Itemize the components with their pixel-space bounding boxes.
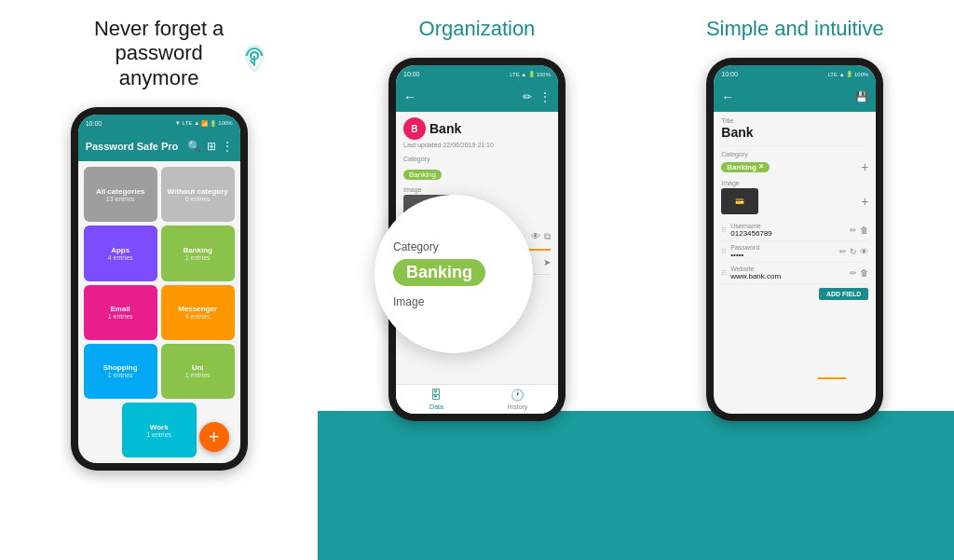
- more-icon-2[interactable]: ⋮: [539, 90, 551, 103]
- delete-web-icon[interactable]: 🗑: [860, 268, 868, 278]
- user-field-label: Username: [730, 223, 846, 229]
- category-email[interactable]: Email 1 entries: [84, 285, 157, 340]
- bank-name-3: Bank: [721, 125, 868, 140]
- app-bar-2: ← ✏ ⋮: [396, 82, 558, 112]
- fingerprint-icon: [239, 45, 273, 78]
- back-icon[interactable]: ←: [403, 89, 416, 104]
- pass-field-value-3: •••••: [730, 251, 836, 259]
- phone-frame-1: 10:00 ▼ LTE ▲ 📶 🔋 100% Password Safe Pro…: [71, 100, 248, 471]
- status-bar-1: 10:00 ▼ LTE ▲ 📶 🔋 100%: [78, 115, 240, 131]
- phone-3-content: Title Bank Category Banking ✕ + Image: [714, 112, 876, 414]
- banking-chip-3: Banking ✕: [721, 162, 770, 172]
- web-field-value-3: www.bank.com: [730, 272, 846, 280]
- refresh-pass-icon[interactable]: ↻: [850, 247, 857, 256]
- nav-history-label: History: [508, 403, 528, 410]
- nav-data[interactable]: 🗄 Data: [396, 385, 477, 414]
- category-work[interactable]: Work 1 entries: [122, 403, 197, 458]
- drag-icon-user: ⠿: [721, 226, 727, 235]
- panel-simple: Simple and intuitive 10:00 LTE ▲ 🔋 100% …: [636, 0, 954, 560]
- username-field-row: ⠿ Username 0123456789 ✏ 🗑: [721, 220, 868, 241]
- entry-header: B Bank: [403, 117, 551, 140]
- pass-orange-line-3: [818, 377, 846, 379]
- app-title-1: Password Safe Pro: [86, 141, 187, 152]
- cat-label-3: Category: [721, 151, 868, 157]
- panel-organization: Organization 10:00 LTE ▲ 🔋 100% ← ✏ ⋮: [318, 0, 635, 560]
- drag-icon-pass: ⠿: [721, 248, 727, 256]
- drag-icon-web: ⠿: [721, 269, 727, 278]
- back-icon-3[interactable]: ←: [721, 89, 734, 104]
- popup-circle: Category Banking Image: [375, 195, 533, 353]
- data-nav-icon: 🗄: [430, 389, 442, 402]
- entry-title-2: Bank: [429, 121, 461, 136]
- web-field-label-3: Website: [730, 266, 846, 272]
- edit-pass-icon[interactable]: ✏: [839, 247, 847, 256]
- cat-value-2: Banking: [403, 164, 551, 181]
- edit-icon-2[interactable]: ✏: [523, 90, 532, 103]
- category-all[interactable]: All categories 13 entries: [84, 167, 157, 222]
- status-bar-2: 10:00 LTE ▲ 🔋 100%: [396, 65, 558, 82]
- phone-1: 10:00 ▼ LTE ▲ 📶 🔋 100% Password Safe Pro…: [71, 107, 248, 471]
- category-messenger[interactable]: Messenger 4 entries: [161, 285, 235, 340]
- add-field-button[interactable]: ADD FIELD: [819, 288, 868, 300]
- password-field-row: ⠿ Password ••••• ✏ ↻ 👁: [721, 241, 868, 263]
- status-icons-1: ▼ LTE ▲ 📶 🔋 100%: [175, 120, 233, 127]
- title-label-3: Title: [721, 117, 868, 124]
- popup-image-label: Image: [393, 295, 424, 308]
- image-label-2: Image: [403, 186, 551, 193]
- panel1-title: Never forget a password anymore: [57, 17, 262, 90]
- phone-3: 10:00 LTE ▲ 🔋 100% ← 💾 Title Bank: [706, 58, 883, 421]
- phone-screen-1: 10:00 ▼ LTE ▲ 📶 🔋 100% Password Safe Pro…: [78, 115, 240, 463]
- category-without[interactable]: Without category 0 entries: [161, 167, 235, 222]
- app-bar-icons-1: 🔍 ⊞ ⋮: [187, 140, 233, 153]
- more-icon[interactable]: ⋮: [222, 140, 233, 153]
- copy-icon[interactable]: ⧉: [544, 231, 551, 242]
- user-field-value: 0123456789: [730, 229, 846, 238]
- category-banking[interactable]: Banking 1 entries: [161, 225, 235, 280]
- add-image-icon[interactable]: +: [861, 194, 868, 209]
- banking-tag-2: Banking: [403, 170, 442, 180]
- website-field-row: ⠿ Website www.bank.com ✏ 🗑: [721, 263, 868, 284]
- category-shopping[interactable]: Shopping 1 entries: [84, 344, 157, 399]
- status-time-1: 10:00: [86, 120, 102, 127]
- cat-label-2: Category: [403, 156, 551, 162]
- avatar: B: [403, 117, 426, 140]
- grid-icon[interactable]: ⊞: [207, 140, 216, 153]
- save-icon-3[interactable]: 💾: [855, 91, 868, 103]
- nav-history[interactable]: 🕐 History: [477, 385, 558, 414]
- send-icon[interactable]: ➤: [543, 257, 551, 267]
- eye-pass-icon[interactable]: 👁: [860, 247, 868, 256]
- pass-field-label-3: Password: [730, 244, 836, 251]
- category-uni[interactable]: Uni 1 entries: [161, 344, 235, 399]
- category-grid: All categories 13 entries Without catego…: [78, 161, 240, 463]
- popup-banking-tag: Banking: [393, 259, 485, 286]
- app-bar-3: ← 💾: [714, 82, 876, 112]
- app-bar-1: Password Safe Pro 🔍 ⊞ ⋮: [78, 131, 240, 161]
- phone-frame-2: 10:00 LTE ▲ 🔋 100% ← ✏ ⋮ B Bank: [388, 50, 566, 421]
- phone-screen-3: 10:00 LTE ▲ 🔋 100% ← 💾 Title Bank: [714, 65, 876, 414]
- category-apps[interactable]: Apps 4 entries: [84, 225, 157, 280]
- divider-title: [721, 145, 868, 146]
- eye-off-icon[interactable]: 👁: [531, 231, 540, 242]
- popup-cat-label: Category: [393, 240, 439, 253]
- image-thumb-3: 💳: [721, 188, 758, 214]
- edit-user-icon[interactable]: ✏: [850, 225, 857, 235]
- phone-frame-3: 10:00 LTE ▲ 🔋 100% ← 💾 Title Bank: [706, 50, 883, 421]
- image-label-3: Image: [721, 180, 868, 186]
- search-icon[interactable]: 🔍: [187, 140, 201, 153]
- nav-data-label: Data: [429, 403, 443, 410]
- status-bar-3: 10:00 LTE ▲ 🔋 100%: [714, 65, 876, 82]
- history-nav-icon: 🕐: [511, 389, 525, 402]
- pass-actions-2: 👁 ⧉: [531, 231, 551, 242]
- cat-row-3: Banking ✕ +: [721, 159, 868, 174]
- edit-web-icon[interactable]: ✏: [850, 268, 857, 278]
- last-updated: Last updated 22/06/2019 21:10: [403, 142, 551, 148]
- remove-chip-icon[interactable]: ✕: [758, 163, 764, 171]
- add-cat-icon[interactable]: +: [861, 159, 868, 174]
- fab-button[interactable]: +: [199, 422, 229, 452]
- panel2-title: Organization: [419, 17, 536, 41]
- delete-user-icon[interactable]: 🗑: [860, 225, 868, 235]
- panel3-title: Simple and intuitive: [706, 17, 884, 41]
- panel-never-forget: Never forget a password anymore 10:00 ▼ …: [0, 0, 318, 560]
- image-section-3: 💳 +: [721, 188, 868, 214]
- bottom-nav-2: 🗄 Data 🕐 History: [396, 384, 558, 414]
